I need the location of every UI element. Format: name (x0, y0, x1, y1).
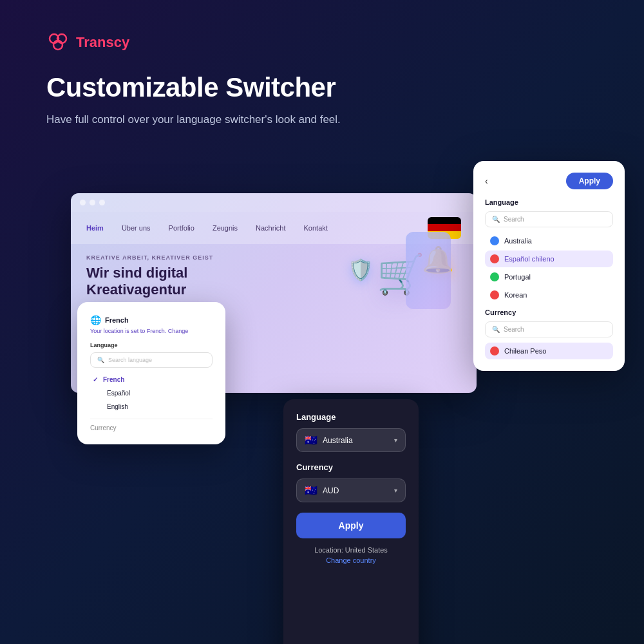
lang-item-espanol[interactable]: Español (90, 386, 213, 400)
lang-dot-korean (490, 290, 499, 299)
browser-titlebar (71, 193, 477, 212)
lang-dot-portugal (490, 272, 499, 281)
popup-currency-label: Currency (90, 419, 213, 431)
right-lang-item-korean[interactable]: Korean (485, 287, 613, 303)
right-lang-item-portugal[interactable]: Portugal (485, 269, 613, 285)
check-icon: ✓ (93, 376, 98, 383)
right-popup-header: ‹ Apply (485, 173, 613, 189)
globe-icon: 🌐 (90, 315, 101, 325)
page-subheadline: Have full control over your language swi… (46, 113, 598, 126)
dark-currency-value: AUD (323, 486, 389, 495)
browser-mockup-area: Heim Über uns Portfolio Zeugnis Nachrich… (71, 193, 483, 412)
right-language-search[interactable]: 🔍 Search (485, 211, 613, 227)
dark-language-label: Language (296, 412, 406, 422)
nav-item-portfolio: Portfolio (169, 224, 194, 232)
browser-illustration: 🛡️ 🛒 🔔 (341, 232, 457, 374)
currency-dropdown-arrow-icon: ▾ (394, 487, 397, 494)
page-headline: Customizable Switcher (46, 72, 598, 103)
currency-dot-chilean (490, 346, 499, 355)
right-currency-item-chilean[interactable]: Chilean Peso (485, 343, 613, 359)
right-language-label: Language (485, 198, 613, 206)
popup-language-label: Language (90, 342, 213, 348)
search-language-input[interactable]: 🔍 Search language (90, 352, 213, 368)
dark-language-value: Australia (323, 436, 389, 445)
right-currency-search-icon: 🔍 (492, 326, 500, 333)
dark-currency-select[interactable]: 🇦🇺 AUD ▾ (296, 478, 406, 502)
popup-lang-title: 🌐 French (90, 315, 213, 325)
lang-dot-espanol-chileno (490, 254, 499, 263)
currency-flag: 🇦🇺 (305, 484, 317, 497)
nav-item-nachricht: Nachricht (256, 224, 285, 232)
nav-item-zeugnis: Zeugnis (213, 224, 238, 232)
language-popup-white: 🌐 French Your location is set to French.… (77, 302, 225, 444)
dropdown-arrow-icon: ▾ (394, 437, 397, 444)
right-lang-item-australia[interactable]: Australia (485, 232, 613, 249)
right-search-icon: 🔍 (492, 216, 500, 223)
change-link[interactable]: Change (168, 328, 189, 334)
nav-item-heim[interactable]: Heim (86, 224, 104, 232)
transcy-logo-icon (46, 31, 70, 54)
right-currency-label: Currency (485, 308, 613, 316)
browser-dot-red (80, 200, 86, 205)
language-flag: 🇦🇺 (305, 434, 317, 446)
dark-apply-button[interactable]: Apply (296, 513, 406, 538)
right-apply-button[interactable]: Apply (566, 173, 613, 189)
dark-currency-label: Currency (296, 462, 406, 472)
dark-change-country[interactable]: Change country (296, 556, 406, 564)
right-currency-search[interactable]: 🔍 Search (485, 321, 613, 337)
language-popup-right: ‹ Apply Language 🔍 Search Australia Espa… (473, 161, 625, 371)
popup-location: Your location is set to French. Change (90, 328, 213, 334)
language-popup-dark: Language 🇦🇺 Australia ▾ Currency 🇦🇺 AUD … (283, 399, 419, 644)
lang-dot-australia (490, 236, 499, 245)
search-icon: 🔍 (97, 357, 104, 363)
brand-name: Transcy (76, 34, 129, 51)
nav-item-ueber: Über uns (122, 224, 151, 232)
browser-dot-yellow (90, 200, 95, 205)
right-lang-item-espanol-chileno[interactable]: Español chileno (485, 251, 613, 267)
nav-item-kontakt: Kontakt (304, 224, 328, 232)
dark-language-select[interactable]: 🇦🇺 Australia ▾ (296, 428, 406, 452)
dark-location-text: Location: United States (296, 546, 406, 554)
browser-dot-green (99, 200, 105, 205)
lang-item-french[interactable]: ✓ French (90, 373, 213, 386)
back-arrow-icon[interactable]: ‹ (485, 176, 488, 186)
logo-row: Transcy (46, 31, 598, 54)
right-currency-section: Currency 🔍 Search Chilean Peso (485, 308, 613, 359)
lang-item-english[interactable]: English (90, 400, 213, 413)
phone-illustration (406, 232, 451, 309)
shield-icon: 🛡️ (348, 258, 374, 282)
header: Transcy Customizable Switcher Have full … (0, 0, 644, 126)
